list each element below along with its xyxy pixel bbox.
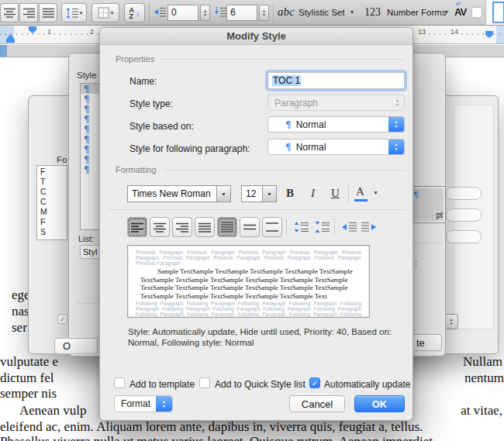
based-on-dropdown[interactable]: ¶ Normal ▲▼ (268, 116, 405, 133)
background-button[interactable] (446, 230, 482, 243)
document-text: nentum (464, 370, 504, 386)
align-center-button[interactable] (0, 3, 19, 22)
list-item[interactable]: M (37, 206, 67, 216)
dropdown-stepper: ▲▼ (388, 140, 404, 154)
check-icon: ✓ (60, 315, 66, 323)
decrease-paragraph-spacing-icon (313, 221, 330, 233)
borders-button[interactable]: ▾ (91, 3, 119, 22)
add-to-quick-style-checkbox[interactable] (199, 377, 210, 388)
font-size-dropdown-button[interactable]: ▼ (263, 185, 277, 202)
cancel-button[interactable]: Cancel (289, 395, 345, 412)
number-forms-button[interactable]: Number Forms (387, 8, 447, 17)
sort-arrow-icon: ↓ (136, 9, 140, 18)
spacing-input[interactable]: 6 (226, 5, 257, 21)
selected-style-thumbnail[interactable] (492, 2, 504, 23)
dropdown-chevrons-icon: ▲▼ (395, 95, 399, 110)
pilcrow-icon: ¶ (285, 119, 292, 130)
toolbar-separator (149, 3, 150, 22)
justify-button[interactable] (195, 217, 215, 237)
align-right-button[interactable] (172, 217, 192, 237)
borders-icon (98, 7, 109, 19)
dialog-titlebar[interactable]: Modify Style (100, 28, 413, 45)
spacing-stepper[interactable]: ▲ ▼ (259, 5, 269, 21)
toolbar-checkbox[interactable] (471, 7, 482, 18)
font-color-button[interactable]: A (356, 185, 364, 198)
font-list[interactable]: F T C C M F S (36, 165, 67, 240)
underline-button[interactable]: U (331, 187, 340, 200)
background-ok-button[interactable]: O (54, 338, 98, 354)
pilcrow-icon: ¶ (84, 134, 90, 145)
stylistic-set-button[interactable]: Stylistic Set (299, 8, 344, 17)
increase-paragraph-spacing-icon (292, 221, 309, 233)
align-right-icon (23, 8, 35, 18)
right-indent-marker[interactable] (485, 31, 493, 38)
pilcrow-icon: ¶ (84, 124, 90, 135)
align-center-button[interactable] (150, 217, 170, 237)
document-text: semper nis (0, 386, 57, 401)
increase-indent-button[interactable] (361, 219, 378, 236)
list-item[interactable]: F (37, 166, 67, 176)
font-name-dropdown-button[interactable]: ▼ (217, 185, 231, 202)
first-line-indent-marker[interactable] (29, 26, 36, 33)
justify-icon (43, 8, 54, 18)
line-spacing-button[interactable]: ▾ (61, 3, 87, 22)
left-indent-box[interactable] (6, 40, 15, 43)
indent-input[interactable]: 0 (167, 5, 198, 21)
align-right-button[interactable] (19, 3, 38, 22)
format-dropdown[interactable]: Format ▲▼ (114, 395, 173, 412)
add-to-template-checkbox[interactable] (114, 377, 125, 388)
list-item[interactable]: F (37, 216, 67, 226)
toolbar-separator (273, 3, 274, 22)
dropdown-stepper: ▲▼ (156, 396, 172, 412)
divider (334, 219, 335, 236)
ok-button[interactable]: OK (354, 395, 405, 412)
list-item[interactable]: T (37, 176, 67, 186)
increase-paragraph-spacing-button[interactable] (292, 219, 309, 236)
paragraph-spacing-icon (214, 7, 226, 17)
following-paragraph-dropdown[interactable]: ¶ Normal ▲▼ (268, 139, 405, 155)
divider (348, 185, 349, 204)
font-name-input[interactable]: Times New Roman (127, 185, 217, 202)
style-preview-box: Previous Paragraph Previous Paragraph Pr… (127, 245, 370, 318)
format-dropdown-label: Format (121, 398, 150, 409)
indent-stepper[interactable]: ▲ ▼ (200, 5, 210, 21)
pilcrow-icon: ¶ (84, 164, 90, 175)
document-text: ser (12, 320, 27, 336)
document-text: at vitae, (461, 403, 502, 419)
dropdown-arrow: ▾ (111, 10, 114, 16)
italic-button[interactable]: I (311, 187, 315, 200)
list-item[interactable]: C (37, 196, 67, 206)
kerning-button[interactable]: AV (454, 6, 466, 18)
list-item[interactable]: S (37, 226, 67, 236)
justify-button[interactable] (39, 3, 57, 22)
document-text: eleifend ac, enim. Aliquam lorem ante, d… (0, 419, 423, 435)
background-button[interactable] (446, 187, 482, 200)
label-fragment: : (415, 258, 417, 267)
font-dialog-label: Fo (57, 155, 67, 164)
justify-icon (198, 222, 211, 233)
one-half-spacing-button[interactable] (240, 217, 260, 237)
pilcrow-icon: ¶ (285, 142, 292, 153)
list-item[interactable]: C (37, 186, 67, 196)
font-color-dropdown-arrow[interactable]: ▼ (373, 190, 378, 195)
add-to-quick-style-label: Add to Quick Style list (215, 379, 306, 390)
background-button[interactable] (446, 208, 482, 222)
stepper-down-icon: ▼ (203, 13, 207, 17)
pilcrow-icon: ¶ (84, 94, 90, 105)
align-left-button[interactable] (127, 217, 147, 237)
pilcrow-icon: ¶ (413, 190, 443, 200)
divider (286, 219, 287, 236)
name-field[interactable]: TOC 1 (268, 72, 405, 89)
bold-button[interactable]: B (286, 187, 294, 200)
decrease-indent-button[interactable] (340, 219, 357, 236)
double-spacing-button[interactable] (262, 217, 282, 237)
background-stepper[interactable]: ▲ ▼ (444, 314, 458, 329)
single-spacing-button[interactable] (217, 217, 237, 237)
dropdown-arrow-icon: ▼ (267, 191, 272, 197)
decrease-paragraph-spacing-button[interactable] (312, 219, 330, 236)
align-left-icon (131, 222, 143, 233)
font-size-input[interactable]: 12 (241, 185, 263, 202)
background-checkbox[interactable]: ✓ (57, 314, 67, 324)
sort-button[interactable]: A Z ↓ (124, 3, 145, 22)
automatically-update-checkbox[interactable]: ✓ (309, 377, 320, 388)
